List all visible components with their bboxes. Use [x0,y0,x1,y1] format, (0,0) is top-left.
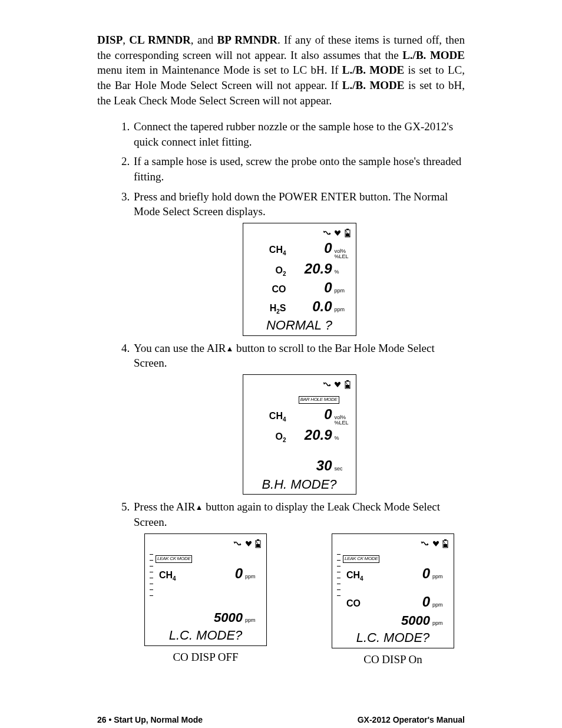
row-ch4: CH4 0 ppm [156,564,262,583]
up-triangle-icon: ▲ [226,344,233,354]
status-icons [337,536,449,549]
row-co: CO 0 ppm [343,592,449,611]
step-1: Connect the tapered rubber nozzle or the… [133,119,465,149]
pump-icon [322,380,332,388]
svg-rect-13 [444,539,447,541]
battery-icon [344,380,351,389]
scale-icon [337,549,342,596]
svg-rect-9 [257,539,259,541]
svg-rect-5 [346,380,349,381]
row-ch4: CH4 0 ppm [343,564,449,583]
status-icons [248,377,351,390]
row-sec: 30 sec [248,456,351,475]
lcd-footer: L.C. MODE? [150,627,262,645]
mode-label: LEAK CK MODE [156,555,192,563]
kw-lb2: L./B. MODE [342,64,405,76]
lcd-normal: CH4 0 vol%%LEL O2 20.9 % CO 0 ppm H2S 0.… [243,223,356,335]
mode-label: BAR HOLE MODE [299,396,339,404]
svg-rect-1 [346,229,349,230]
up-triangle-icon: ▲ [196,502,203,513]
heart-icon [244,539,253,548]
heart-icon [333,229,342,237]
heart-icon [333,380,342,388]
lcd-footer: L.C. MODE? [337,629,449,648]
footer-left: 26 • Start Up, Normal Mode [97,714,203,726]
row-ch4: CH4 0 vol%%LEL [248,405,351,426]
lcd-barhole: BAR HOLE MODE CH4 0 vol%%LEL O2 20.9 % 3… [243,374,356,495]
lcd-footer: NORMAL ? [248,317,351,335]
footer-right: GX-2012 Operator's Manual [358,714,465,726]
status-icons [248,226,351,239]
mode-label: LEAK CK MODE [343,555,379,563]
lcd-lc-on: LEAK CK MODE CH4 0 ppm CO 0 ppm [332,533,454,648]
row-o2: O2 20.9 % [248,259,351,278]
intro-paragraph: DISP, CL RMNDR, and BP RMNDR. If any of … [97,32,465,108]
caption-off: CO DISP OFF [144,650,267,665]
pump-icon [233,539,242,548]
kw-bp: BP RMNDR [217,34,277,46]
kw-disp: DISP [97,34,123,46]
kw-lb1: L./B. MODE [402,49,465,61]
battery-icon [254,539,262,548]
kw-lb3: L./B. MODE [342,79,405,91]
lcd-lc-off: LEAK CK MODE CH4 0 ppm 5000 ppm [144,533,267,646]
row-ch4: CH4 0 vol%%LEL [248,239,351,259]
battery-icon [344,228,351,238]
kw-cl: CL RMNDR [129,34,190,46]
status-icons [150,536,262,549]
heart-icon [432,539,440,548]
steps-list: Connect the tapered rubber nozzle or the… [97,119,465,667]
row-range: 5000 ppm [156,609,262,627]
pump-icon [420,539,429,548]
step-3: Press and briefly hold down the POWER EN… [133,189,465,336]
row-range: 5000 ppm [343,612,449,630]
scale-icon [150,549,154,596]
caption-on: CO DISP On [332,652,454,667]
step-4: You can use the AIR▲ button to scroll to… [133,341,465,495]
battery-icon [442,539,449,548]
step-2: If a sample hose is used, screw the prob… [133,154,465,184]
row-h2s: H2S 0.0 ppm [248,297,351,316]
lcd-lc-off-block: LEAK CK MODE CH4 0 ppm 5000 ppm [144,530,267,667]
row-o2: O2 20.9 % [248,426,351,444]
page-footer: 26 • Start Up, Normal Mode GX-2012 Opera… [97,714,465,726]
lcd-lc-on-block: LEAK CK MODE CH4 0 ppm CO 0 ppm [332,530,454,667]
pump-icon [322,229,332,237]
row-co: CO 0 ppm [248,278,351,297]
step-5: Press the AIR▲ button again to display t… [133,499,465,667]
lcd-footer: B.H. MODE? [248,476,351,495]
